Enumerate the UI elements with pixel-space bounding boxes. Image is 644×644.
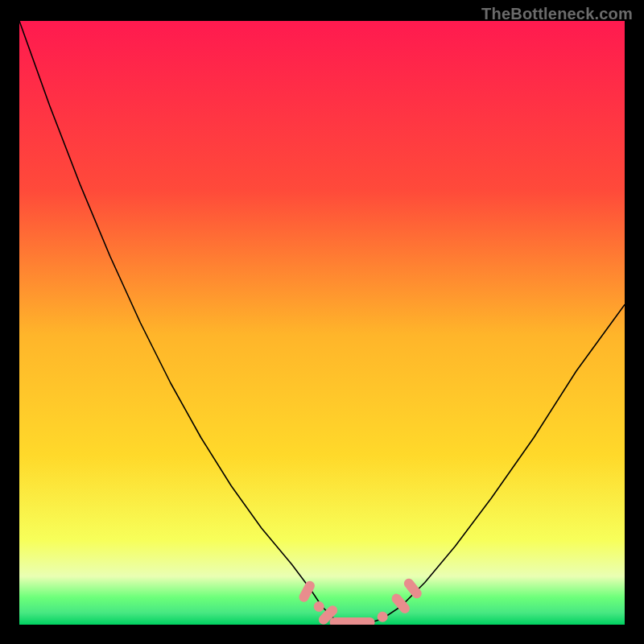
marker-point (378, 612, 388, 622)
marker-point (314, 601, 324, 612)
plot-area (19, 21, 625, 625)
chart-frame: TheBottleneck.com (0, 0, 644, 644)
marker-point (330, 617, 375, 625)
bottleneck-chart (19, 21, 625, 625)
gradient-background (19, 21, 625, 625)
watermark-text: TheBottleneck.com (481, 5, 633, 23)
